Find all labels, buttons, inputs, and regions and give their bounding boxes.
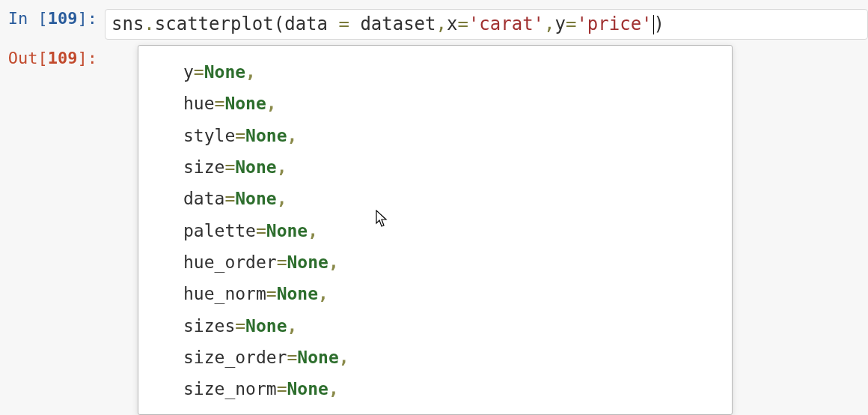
tooltip-param: size=None,	[183, 151, 709, 183]
param-default: None	[224, 94, 266, 113]
code-token: =	[566, 13, 576, 34]
param-comma: ,	[328, 379, 339, 399]
param-equals: =	[235, 316, 245, 336]
code-token: data	[284, 13, 328, 34]
param-comma: ,	[328, 252, 339, 272]
tooltip-param: palette=None,	[183, 215, 709, 246]
param-equals: =	[256, 221, 266, 240]
tooltip-param: hue_norm=None,	[183, 278, 709, 309]
param-name: palette	[183, 221, 256, 240]
param-name: sizes	[183, 316, 235, 336]
param-default: None	[245, 316, 287, 336]
param-default: None	[277, 284, 318, 303]
param-name: hue_order	[183, 252, 277, 272]
param-name: hue_norm	[183, 284, 266, 303]
code-token: x	[447, 13, 457, 34]
param-comma: ,	[287, 316, 298, 336]
code-token: =	[457, 13, 468, 34]
prompt-out-prefix: Out[	[8, 49, 48, 67]
param-name: y	[183, 62, 194, 82]
param-equals: =	[224, 189, 235, 208]
param-equals: =	[266, 284, 277, 303]
param-name: size	[183, 157, 224, 177]
tooltip-param: hue_order=None,	[183, 246, 709, 278]
code-token: y	[555, 13, 566, 34]
param-name: size_order	[183, 348, 287, 367]
param-comma: ,	[339, 348, 349, 367]
param-name: data	[183, 189, 224, 208]
tooltip-param: data=None,	[183, 183, 709, 214]
code-token: .	[144, 13, 154, 34]
code-token: )	[654, 13, 664, 34]
param-default: None	[266, 221, 308, 240]
param-equals: =	[287, 348, 297, 367]
param-comma: ,	[277, 157, 287, 177]
param-equals: =	[235, 126, 245, 145]
signature-tooltip[interactable]: y=None,hue=None,style=None,size=None,dat…	[138, 45, 733, 415]
code-input[interactable]: sns.scatterplot(data = dataset,x='carat'…	[105, 9, 868, 40]
tooltip-param: style=None,	[183, 120, 709, 151]
code-token: dataset	[360, 13, 435, 34]
code-token: ,	[544, 13, 554, 34]
tooltip-param: y=None,	[183, 56, 709, 88]
param-comma: ,	[266, 94, 277, 113]
param-comma: ,	[277, 189, 287, 208]
code-token: scatterplot	[155, 13, 274, 34]
prompt-out-suffix: ]:	[78, 49, 98, 67]
code-token: (	[274, 13, 284, 34]
code-token: 'price'	[576, 13, 652, 34]
param-equals: =	[194, 62, 204, 82]
param-name: hue	[183, 94, 215, 113]
param-comma: ,	[287, 126, 298, 145]
param-default: None	[245, 126, 287, 145]
param-default: None	[297, 348, 338, 367]
param-equals: =	[215, 94, 225, 113]
param-comma: ,	[308, 221, 318, 240]
param-comma: ,	[245, 62, 256, 82]
prompt-in-prefix: In [	[8, 9, 48, 28]
param-default: None	[235, 189, 276, 208]
input-cell: In [109]: sns.scatterplot(data = dataset…	[0, 0, 868, 44]
prompt-out-number: 109	[48, 49, 78, 67]
param-comma: ,	[318, 284, 328, 303]
param-equals: =	[224, 157, 235, 177]
param-default: None	[235, 157, 276, 177]
prompt-in-number: 109	[48, 9, 78, 28]
param-default: None	[287, 379, 328, 399]
param-equals: =	[277, 252, 287, 272]
param-default: None	[287, 252, 328, 272]
code-token: ,	[436, 13, 447, 34]
tooltip-param: size_order=None,	[183, 342, 709, 373]
tooltip-param: hue=None,	[183, 88, 709, 119]
prompt-in-suffix: ]:	[78, 9, 98, 28]
code-token: 'carat'	[468, 13, 544, 34]
param-name: size_norm	[183, 379, 277, 399]
tooltip-param: size_norm=None,	[183, 373, 709, 405]
code-token	[349, 13, 360, 34]
code-token	[328, 13, 338, 34]
param-equals: =	[277, 379, 287, 399]
tooltip-param: sizes=None,	[183, 310, 709, 342]
param-default: None	[204, 62, 245, 82]
param-name: style	[183, 126, 235, 145]
code-token: sns	[111, 13, 144, 34]
output-prompt: Out[109]:	[7, 49, 105, 67]
code-token: =	[338, 13, 349, 34]
input-prompt: In [109]:	[7, 9, 105, 28]
